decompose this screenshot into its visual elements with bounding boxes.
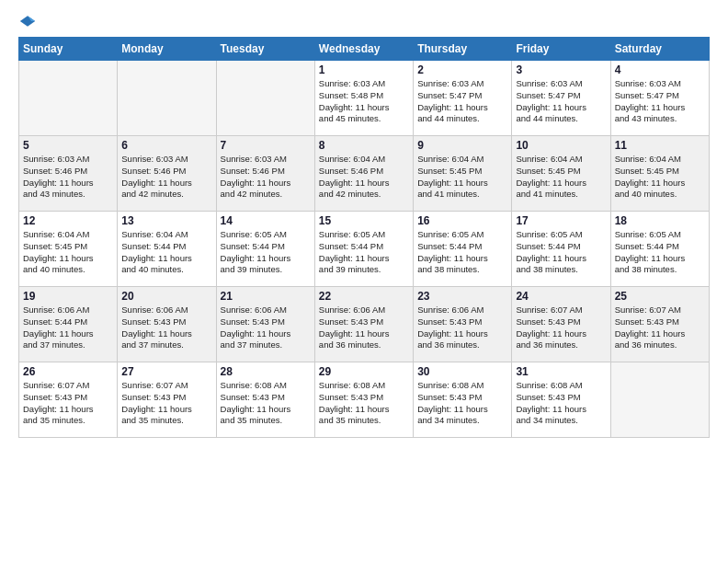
day-info: Sunrise: 6:08 AMSunset: 5:43 PMDaylight:…: [319, 380, 409, 427]
calendar-cell: 22Sunrise: 6:06 AMSunset: 5:43 PMDayligh…: [314, 287, 413, 362]
day-number: 31: [516, 365, 606, 378]
day-number: 13: [121, 214, 211, 227]
day-info: Sunrise: 6:03 AMSunset: 5:46 PMDaylight:…: [23, 154, 113, 201]
day-info: Sunrise: 6:03 AMSunset: 5:47 PMDaylight:…: [615, 78, 705, 125]
day-number: 21: [221, 290, 311, 303]
day-info: Sunrise: 6:03 AMSunset: 5:47 PMDaylight:…: [516, 78, 606, 125]
day-number: 2: [417, 63, 507, 76]
calendar-cell: 29Sunrise: 6:08 AMSunset: 5:43 PMDayligh…: [314, 362, 413, 438]
day-number: 9: [417, 139, 507, 152]
week-row-1: 1Sunrise: 6:03 AMSunset: 5:48 PMDaylight…: [19, 61, 710, 136]
day-number: 27: [121, 365, 211, 378]
weekday-header-monday: Monday: [118, 38, 216, 61]
day-number: 23: [417, 290, 507, 303]
week-row-3: 12Sunrise: 6:04 AMSunset: 5:45 PMDayligh…: [19, 212, 710, 287]
day-number: 14: [221, 214, 311, 227]
day-number: 3: [516, 63, 606, 76]
day-info: Sunrise: 6:04 AMSunset: 5:46 PMDaylight:…: [319, 154, 409, 201]
calendar-cell: 28Sunrise: 6:08 AMSunset: 5:43 PMDayligh…: [216, 362, 314, 438]
calendar-cell: 9Sunrise: 6:04 AMSunset: 5:45 PMDaylight…: [414, 136, 512, 212]
day-info: Sunrise: 6:05 AMSunset: 5:44 PMDaylight:…: [417, 229, 507, 276]
day-info: Sunrise: 6:06 AMSunset: 5:43 PMDaylight:…: [417, 304, 507, 351]
calendar-cell: 19Sunrise: 6:06 AMSunset: 5:44 PMDayligh…: [19, 287, 118, 362]
calendar-cell: 30Sunrise: 6:08 AMSunset: 5:43 PMDayligh…: [414, 362, 512, 438]
week-row-2: 5Sunrise: 6:03 AMSunset: 5:46 PMDaylight…: [19, 136, 710, 212]
calendar-cell: [118, 61, 216, 136]
weekday-header-wednesday: Wednesday: [314, 38, 413, 61]
day-number: 1: [319, 63, 409, 76]
day-info: Sunrise: 6:08 AMSunset: 5:43 PMDaylight:…: [516, 380, 606, 427]
week-row-5: 26Sunrise: 6:07 AMSunset: 5:43 PMDayligh…: [19, 362, 710, 438]
day-number: 29: [319, 365, 409, 378]
day-number: 10: [516, 139, 606, 152]
day-info: Sunrise: 6:05 AMSunset: 5:44 PMDaylight:…: [516, 229, 606, 276]
day-info: Sunrise: 6:05 AMSunset: 5:44 PMDaylight:…: [221, 229, 311, 276]
calendar-cell: 12Sunrise: 6:04 AMSunset: 5:45 PMDayligh…: [19, 212, 118, 287]
calendar-cell: 5Sunrise: 6:03 AMSunset: 5:46 PMDaylight…: [19, 136, 118, 212]
calendar-cell: 25Sunrise: 6:07 AMSunset: 5:43 PMDayligh…: [610, 287, 709, 362]
day-number: 7: [221, 139, 311, 152]
logo-icon: [19, 15, 36, 28]
day-info: Sunrise: 6:08 AMSunset: 5:43 PMDaylight:…: [221, 380, 311, 427]
weekday-header-saturday: Saturday: [610, 38, 709, 61]
day-info: Sunrise: 6:04 AMSunset: 5:45 PMDaylight:…: [23, 229, 113, 276]
day-info: Sunrise: 6:03 AMSunset: 5:48 PMDaylight:…: [319, 78, 409, 125]
calendar-cell: 20Sunrise: 6:06 AMSunset: 5:43 PMDayligh…: [118, 287, 216, 362]
day-number: 26: [23, 365, 113, 378]
day-number: 4: [615, 63, 705, 76]
day-info: Sunrise: 6:05 AMSunset: 5:44 PMDaylight:…: [615, 229, 705, 276]
day-number: 12: [23, 214, 113, 227]
day-info: Sunrise: 6:06 AMSunset: 5:44 PMDaylight:…: [23, 304, 113, 351]
calendar-cell: [610, 362, 709, 438]
day-info: Sunrise: 6:06 AMSunset: 5:43 PMDaylight:…: [221, 304, 311, 351]
day-number: 28: [221, 365, 311, 378]
day-info: Sunrise: 6:07 AMSunset: 5:43 PMDaylight:…: [23, 380, 113, 427]
weekday-header-thursday: Thursday: [414, 38, 512, 61]
day-number: 16: [417, 214, 507, 227]
day-number: 15: [319, 214, 409, 227]
day-number: 24: [516, 290, 606, 303]
day-number: 30: [417, 365, 507, 378]
calendar-cell: 8Sunrise: 6:04 AMSunset: 5:46 PMDaylight…: [314, 136, 413, 212]
header: [18, 15, 710, 28]
calendar-cell: 18Sunrise: 6:05 AMSunset: 5:44 PMDayligh…: [610, 212, 709, 287]
day-info: Sunrise: 6:07 AMSunset: 5:43 PMDaylight:…: [121, 380, 211, 427]
day-number: 22: [319, 290, 409, 303]
calendar-cell: 24Sunrise: 6:07 AMSunset: 5:43 PMDayligh…: [512, 287, 610, 362]
calendar-cell: 1Sunrise: 6:03 AMSunset: 5:48 PMDaylight…: [314, 61, 413, 136]
calendar-cell: 4Sunrise: 6:03 AMSunset: 5:47 PMDaylight…: [610, 61, 709, 136]
day-number: 17: [516, 214, 606, 227]
calendar-cell: 2Sunrise: 6:03 AMSunset: 5:47 PMDaylight…: [414, 61, 512, 136]
weekday-header-sunday: Sunday: [19, 38, 118, 61]
calendar-cell: 26Sunrise: 6:07 AMSunset: 5:43 PMDayligh…: [19, 362, 118, 438]
day-info: Sunrise: 6:07 AMSunset: 5:43 PMDaylight:…: [615, 304, 705, 351]
calendar-cell: 6Sunrise: 6:03 AMSunset: 5:46 PMDaylight…: [118, 136, 216, 212]
day-info: Sunrise: 6:04 AMSunset: 5:45 PMDaylight:…: [516, 154, 606, 201]
day-info: Sunrise: 6:06 AMSunset: 5:43 PMDaylight:…: [319, 304, 409, 351]
calendar-cell: 16Sunrise: 6:05 AMSunset: 5:44 PMDayligh…: [414, 212, 512, 287]
calendar-cell: 11Sunrise: 6:04 AMSunset: 5:45 PMDayligh…: [610, 136, 709, 212]
day-number: 6: [121, 139, 211, 152]
calendar-cell: 17Sunrise: 6:05 AMSunset: 5:44 PMDayligh…: [512, 212, 610, 287]
day-number: 5: [23, 139, 113, 152]
calendar-cell: 21Sunrise: 6:06 AMSunset: 5:43 PMDayligh…: [216, 287, 314, 362]
day-info: Sunrise: 6:08 AMSunset: 5:43 PMDaylight:…: [417, 380, 507, 427]
logo: [18, 15, 36, 28]
day-info: Sunrise: 6:03 AMSunset: 5:46 PMDaylight:…: [121, 154, 211, 201]
weekday-header-tuesday: Tuesday: [216, 38, 314, 61]
day-info: Sunrise: 6:03 AMSunset: 5:46 PMDaylight:…: [221, 154, 311, 201]
day-info: Sunrise: 6:04 AMSunset: 5:45 PMDaylight:…: [615, 154, 705, 201]
calendar-cell: [216, 61, 314, 136]
calendar-cell: 13Sunrise: 6:04 AMSunset: 5:44 PMDayligh…: [118, 212, 216, 287]
week-row-4: 19Sunrise: 6:06 AMSunset: 5:44 PMDayligh…: [19, 287, 710, 362]
calendar-cell: [19, 61, 118, 136]
day-info: Sunrise: 6:05 AMSunset: 5:44 PMDaylight:…: [319, 229, 409, 276]
page: SundayMondayTuesdayWednesdayThursdayFrid…: [0, 0, 728, 563]
day-number: 11: [615, 139, 705, 152]
day-info: Sunrise: 6:04 AMSunset: 5:45 PMDaylight:…: [417, 154, 507, 201]
day-info: Sunrise: 6:03 AMSunset: 5:47 PMDaylight:…: [417, 78, 507, 125]
calendar-cell: 31Sunrise: 6:08 AMSunset: 5:43 PMDayligh…: [512, 362, 610, 438]
day-info: Sunrise: 6:07 AMSunset: 5:43 PMDaylight:…: [516, 304, 606, 351]
day-number: 19: [23, 290, 113, 303]
day-number: 20: [121, 290, 211, 303]
